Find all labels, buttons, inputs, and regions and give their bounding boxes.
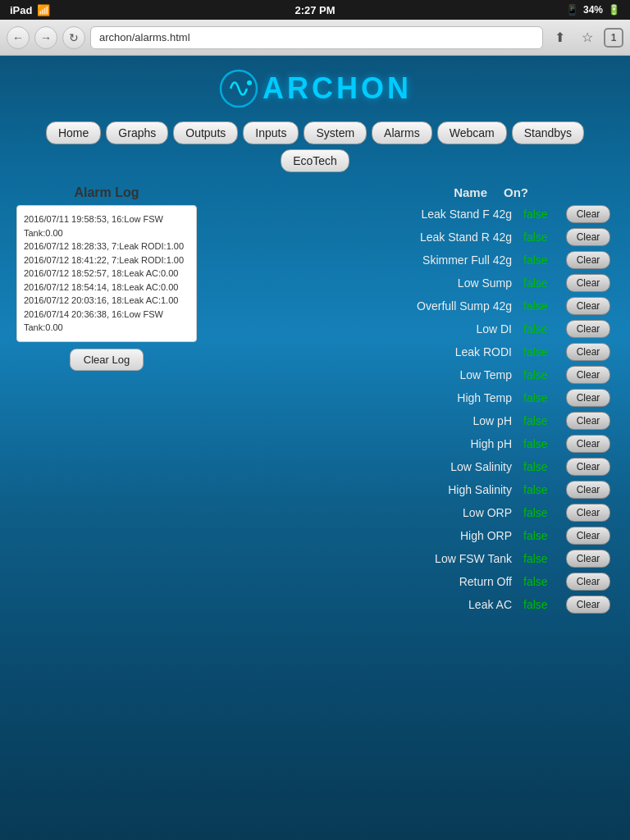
logo-text: ARCHON xyxy=(262,71,412,106)
alarm-name-low-temp: Low Temp xyxy=(217,368,523,381)
alarms-table-header: Name On? xyxy=(213,185,614,199)
alarm-status-high-temp: false xyxy=(523,391,566,404)
alarm-status-low-orp: false xyxy=(523,506,566,519)
log-entry-5: 2016/07/12 18:54:14, 18:Leak AC:0.00 xyxy=(24,281,189,294)
nav-inputs[interactable]: Inputs xyxy=(243,121,299,144)
log-entry-6: 2016/07/12 20:03:16, 18:Leak AC:1.00 xyxy=(24,294,189,308)
log-entry-3: 2016/07/12 18:41:22, 7:Leak RODI:1.00 xyxy=(24,253,189,267)
col-on-header: On? xyxy=(504,185,561,199)
clear-btn-overfull-sump[interactable]: Clear xyxy=(566,297,610,315)
status-left: iPad 📶 xyxy=(10,4,50,16)
alarm-status-low-fsw-tank: false xyxy=(523,552,566,565)
clear-btn-high-salinity[interactable]: Clear xyxy=(566,481,610,499)
clear-btn-high-orp[interactable]: Clear xyxy=(566,527,610,545)
url-bar[interactable]: archon/alarms.html xyxy=(90,26,543,49)
nav-outputs[interactable]: Outputs xyxy=(173,121,238,144)
alarm-row-return-off: Return Off false Clear xyxy=(213,570,614,593)
alarm-name-high-temp: High Temp xyxy=(217,391,523,404)
alarm-status-high-orp: false xyxy=(523,529,566,542)
alarm-row-leak-rodi: Leak RODI false Clear xyxy=(213,340,614,363)
ipad-label: iPad xyxy=(10,4,32,16)
back-button[interactable]: ← xyxy=(7,26,30,49)
clear-btn-low-salinity[interactable]: Clear xyxy=(566,458,610,476)
nav-graphs[interactable]: Graphs xyxy=(106,121,168,144)
log-entry-1: 2016/07/11 19:58:53, 16:Low FSW Tank:0.0… xyxy=(24,212,189,240)
clear-btn-low-orp[interactable]: Clear xyxy=(566,504,610,522)
clear-btn-return-off[interactable]: Clear xyxy=(566,573,610,591)
clear-btn-leak-ac[interactable]: Clear xyxy=(566,596,610,614)
alarm-name-leak-rodi: Leak RODI xyxy=(217,345,523,358)
nav-webcam[interactable]: Webcam xyxy=(437,121,507,144)
alarm-name-leak-stand-f: Leak Stand F 42g xyxy=(217,208,523,221)
status-time: 2:27 PM xyxy=(294,4,335,16)
wifi-icon: 📶 xyxy=(37,4,50,16)
status-right: 📱 34% 🔋 xyxy=(566,4,620,16)
alarm-row-low-sump: Low Sump false Clear xyxy=(213,272,614,294)
alarm-name-low-fsw-tank: Low FSW Tank xyxy=(217,552,523,565)
nav-row-1: Home Graphs Outputs Inputs System Alarms… xyxy=(46,121,584,144)
alarm-row-low-fsw-tank: Low FSW Tank false Clear xyxy=(213,547,614,570)
alarm-log-box: 2016/07/11 19:58:53, 16:Low FSW Tank:0.0… xyxy=(16,205,197,342)
bookmark-button[interactable]: ☆ xyxy=(576,26,599,49)
nav-ecotech[interactable]: EcoTech xyxy=(281,149,349,172)
alarm-row-leak-stand-r: Leak Stand R 42g false Clear xyxy=(213,226,614,249)
alarm-name-high-salinity: High Salinity xyxy=(217,483,523,496)
nav-row-2: EcoTech xyxy=(281,149,349,172)
tab-count-badge[interactable]: 1 xyxy=(604,28,623,48)
clear-btn-low-temp[interactable]: Clear xyxy=(566,366,610,384)
url-text: archon/alarms.html xyxy=(99,31,190,43)
alarm-row-skimmer-full: Skimmer Full 42g false Clear xyxy=(213,249,614,272)
share-button[interactable]: ⬆ xyxy=(548,26,571,49)
logo-icon xyxy=(218,68,259,109)
alarm-name-overfull-sump: Overfull Sump 42g xyxy=(217,299,523,313)
col-name-header: Name xyxy=(217,185,504,199)
alarm-row-high-temp: High Temp false Clear xyxy=(213,386,614,409)
alarm-log-title: Alarm Log xyxy=(16,185,197,200)
alarm-status-leak-ac: false xyxy=(523,598,566,611)
clear-btn-low-ph[interactable]: Clear xyxy=(566,412,610,430)
clear-btn-high-temp[interactable]: Clear xyxy=(566,389,610,407)
clear-log-button[interactable]: Clear Log xyxy=(70,349,144,371)
alarm-name-low-di: Low DI xyxy=(217,322,523,336)
reload-button[interactable]: ↻ xyxy=(62,26,85,49)
alarm-name-high-ph: High pH xyxy=(217,437,523,450)
nav-system[interactable]: System xyxy=(304,121,367,144)
browser-bar: ← → ↻ archon/alarms.html ⬆ ☆ 1 xyxy=(0,20,630,56)
forward-button[interactable]: → xyxy=(34,26,57,49)
alarm-row-low-salinity: Low Salinity false Clear xyxy=(213,455,614,478)
alarm-status-high-ph: false xyxy=(523,437,566,450)
alarm-status-low-salinity: false xyxy=(523,460,566,473)
status-bar: iPad 📶 2:27 PM 📱 34% 🔋 xyxy=(0,0,630,20)
alarm-name-low-salinity: Low Salinity xyxy=(217,460,523,473)
alarm-name-return-off: Return Off xyxy=(217,575,523,588)
nav-standbys[interactable]: Standbys xyxy=(512,121,584,144)
svg-point-1 xyxy=(247,80,252,85)
clear-btn-low-sump[interactable]: Clear xyxy=(566,274,610,292)
alarm-row-high-ph: High pH false Clear xyxy=(213,432,614,455)
nav-alarms[interactable]: Alarms xyxy=(372,121,432,144)
alarm-name-low-sump: Low Sump xyxy=(217,276,523,290)
alarm-status-leak-stand-r: false xyxy=(523,231,566,244)
battery-percentage: 34% xyxy=(583,4,603,16)
clear-btn-low-fsw-tank[interactable]: Clear xyxy=(566,550,610,568)
alarm-row-low-orp: Low ORP false Clear xyxy=(213,501,614,524)
alarm-row-low-ph: Low pH false Clear xyxy=(213,409,614,432)
nav-home[interactable]: Home xyxy=(46,121,101,144)
alarm-name-skimmer-full: Skimmer Full 42g xyxy=(217,253,523,267)
alarm-status-low-di: false xyxy=(523,322,566,336)
alarm-name-high-orp: High ORP xyxy=(217,529,523,542)
alarm-status-low-sump: false xyxy=(523,276,566,290)
alarm-row-low-di: Low DI false Clear xyxy=(213,317,614,340)
clear-btn-high-ph[interactable]: Clear xyxy=(566,435,610,453)
clear-btn-leak-rodi[interactable]: Clear xyxy=(566,343,610,361)
app-header: ARCHON xyxy=(0,56,630,113)
log-entry-2: 2016/07/12 18:28:33, 7:Leak RODI:1.00 xyxy=(24,240,189,253)
alarm-status-leak-stand-f: false xyxy=(523,208,566,221)
clear-btn-leak-stand-f[interactable]: Clear xyxy=(566,205,610,223)
bluetooth-icon: 📱 xyxy=(566,4,578,16)
clear-btn-skimmer-full[interactable]: Clear xyxy=(566,251,610,269)
alarm-status-leak-rodi: false xyxy=(523,345,566,358)
alarm-status-low-temp: false xyxy=(523,368,566,381)
clear-btn-low-di[interactable]: Clear xyxy=(566,320,610,338)
clear-btn-leak-stand-r[interactable]: Clear xyxy=(566,228,610,246)
